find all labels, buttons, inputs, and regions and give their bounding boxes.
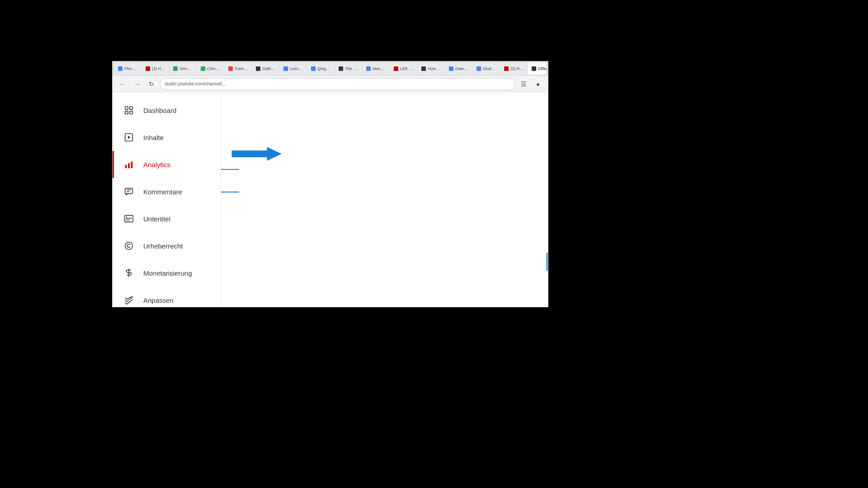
browser-tab[interactable]: Sonderangebot! I...	[170, 63, 197, 75]
tab-favicon	[476, 66, 481, 71]
browser-tab[interactable]: The Top 3 Platfo...	[335, 63, 362, 75]
tab-label: (3) How Working a...	[152, 66, 165, 71]
sidebar-item-anpassen[interactable]: Anpassen	[113, 286, 221, 307]
browser-window: Phone Recycling...(3) How Working a...So…	[112, 61, 548, 307]
browser-tab[interactable]: Chinese Variabl...	[197, 63, 224, 75]
tab-label: Tutorial Eigene Pa...	[235, 66, 248, 71]
browser-tab[interactable]: Student Wants an...	[473, 63, 500, 75]
tab-favicon	[504, 66, 509, 71]
svg-rect-6	[125, 165, 127, 168]
browser-toolbar: ← → ↻ studio.youtube.com/channel/... ☰ ●	[113, 76, 548, 92]
sidebar-label-anpassen: Anpassen	[143, 296, 174, 304]
browser-tab[interactable]: LEE 'N HOUS...	[390, 63, 417, 75]
tab-favicon	[366, 66, 371, 71]
profile-button[interactable]: ●	[532, 78, 544, 90]
loading-indicator-2	[221, 192, 239, 192]
play-icon	[122, 130, 136, 145]
address-bar[interactable]: studio.youtube.com/channel/...	[160, 78, 515, 90]
tab-label: Money Changes E...	[373, 66, 386, 71]
tab-favicon	[311, 66, 316, 71]
svg-marker-5	[128, 136, 131, 139]
tab-label: How to get more ...	[428, 66, 441, 71]
browser-tab[interactable]: GitBit - Ningún...	[252, 63, 279, 75]
tab-label: The Top 3 Platfo...	[345, 66, 359, 71]
sidebar-item-monetarisierung[interactable]: Monetarisierung	[113, 259, 221, 286]
copyright-icon	[122, 239, 136, 253]
browser-tab[interactable]: How to get more ...	[418, 63, 445, 75]
browser-tab-bar: Phone Recycling...(3) How Working a...So…	[113, 61, 548, 76]
tab-label: (2) How To Add A...	[510, 66, 524, 71]
arrow-annotation	[223, 145, 282, 163]
browser-tab[interactable]: Datenschutz - Re...	[445, 63, 472, 75]
sidebar-label-analytics: Analytics	[143, 161, 170, 169]
browser-content: DashboardInhalteAnalyticsKommentareUnter…	[113, 92, 548, 307]
svg-rect-0	[125, 107, 128, 109]
main-content	[221, 92, 548, 307]
sidebar-item-urheberrecht[interactable]: Urheberrecht	[113, 232, 221, 259]
tab-label: Datenschutz - Re...	[455, 66, 469, 71]
back-button[interactable]: ←	[116, 78, 129, 90]
subtitles-icon	[122, 211, 136, 226]
analytics-icon	[122, 157, 136, 172]
tab-label: LEE 'N HOUS...	[400, 66, 414, 71]
tab-favicon	[228, 66, 233, 71]
arrow-body	[223, 145, 282, 163]
reload-button[interactable]: ↻	[145, 78, 158, 90]
sidebar-item-analytics[interactable]: Analytics	[113, 151, 221, 178]
window-control[interactable]: –	[541, 64, 544, 70]
svg-point-16	[125, 242, 133, 250]
sidebar-item-inhalte[interactable]: Inhalte	[113, 124, 221, 151]
svg-rect-1	[130, 107, 132, 109]
sidebar-label-monetarisierung: Monetarisierung	[143, 269, 192, 277]
sidebar: DashboardInhalteAnalyticsKommentareUnter…	[113, 92, 221, 307]
scroll-indicator	[546, 253, 548, 271]
tab-label: Chinese Variabl...	[207, 66, 221, 71]
sidebar-label-dashboard: Dashboard	[143, 107, 176, 114]
comment-icon	[122, 184, 136, 199]
sidebar-item-untertitel[interactable]: Untertitel	[113, 205, 221, 232]
forward-button[interactable]: →	[131, 78, 143, 90]
extensions-button[interactable]: ☰	[517, 78, 530, 90]
browser-tab[interactable]: (3) How Working a...	[142, 63, 169, 75]
dashboard-icon	[122, 103, 136, 117]
tab-favicon	[421, 66, 426, 71]
browser-tab[interactable]: Lessons Learned! ...	[280, 63, 307, 75]
tab-label: Lessons Learned! ...	[290, 66, 303, 71]
loading-indicator-1	[221, 169, 239, 170]
tab-label: Phone Recycling...	[124, 66, 138, 71]
sidebar-label-inhalte: Inhalte	[143, 134, 164, 141]
svg-rect-9	[125, 188, 133, 194]
browser-tab[interactable]: Tutorial Eigene Pa...	[225, 63, 252, 75]
browser-tab[interactable]: Money Changes E...	[363, 63, 390, 75]
sidebar-item-dashboard[interactable]: Dashboard	[113, 97, 221, 124]
tab-favicon	[283, 66, 288, 71]
sidebar-label-untertitel: Untertitel	[143, 215, 170, 223]
svg-rect-12	[125, 216, 133, 222]
tab-favicon	[201, 66, 205, 71]
tab-label: Student Wants an...	[483, 66, 496, 71]
svg-rect-8	[131, 162, 133, 169]
tab-favicon	[118, 66, 123, 71]
tab-label: Sonderangebot! I...	[179, 66, 193, 71]
customize-icon	[122, 293, 136, 307]
tab-label: GitBit - Ningún...	[262, 66, 276, 71]
svg-rect-7	[128, 163, 130, 168]
browser-tab[interactable]: Qing Fei De Yi: Y...	[307, 63, 335, 75]
tab-favicon	[173, 66, 178, 71]
tab-favicon	[532, 66, 536, 71]
svg-rect-3	[130, 111, 132, 114]
tab-favicon	[256, 66, 260, 71]
svg-rect-2	[125, 111, 128, 114]
tab-label: Qing Fei De Yi: Y...	[317, 66, 331, 71]
money-icon	[122, 266, 136, 280]
tab-favicon	[394, 66, 398, 71]
tab-favicon	[339, 66, 343, 71]
sidebar-label-urheberrecht: Urheberrecht	[143, 242, 183, 250]
browser-tab[interactable]: Phone Recycling...	[114, 63, 142, 75]
sidebar-item-kommentare[interactable]: Kommentare	[113, 178, 221, 205]
tab-favicon	[146, 66, 150, 71]
browser-tab[interactable]: (2) How To Add A...	[500, 63, 528, 75]
sidebar-label-kommentare: Kommentare	[143, 188, 182, 196]
tab-favicon	[449, 66, 453, 71]
